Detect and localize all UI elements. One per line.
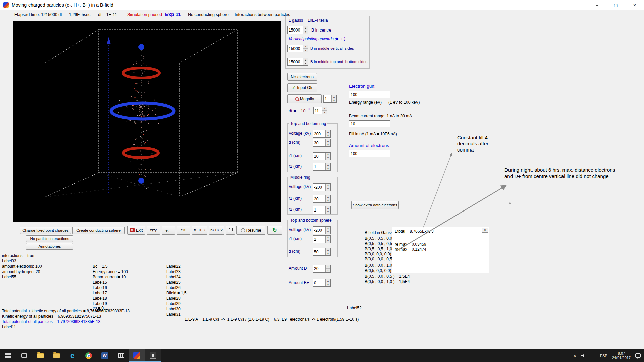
pinned-folder-button[interactable]	[48, 349, 64, 362]
spin-up-icon[interactable]: ▲	[326, 184, 330, 187]
remove-electron-button[interactable]: e✕	[177, 226, 190, 235]
input-ok-button[interactable]: ✓ Input Ok	[287, 83, 317, 92]
action-center-icon[interactable]	[635, 353, 641, 358]
sphere-voltage-spinner[interactable]: -200 ▲▼	[313, 226, 331, 234]
r1-label: r1 (cm)	[289, 237, 302, 241]
taskbar-clock[interactable]: 8:07 24/01/2017	[612, 351, 631, 360]
file-explorer-button[interactable]	[32, 349, 48, 362]
spin-up-icon[interactable]: ▲	[326, 195, 330, 199]
chrome-button[interactable]	[80, 349, 97, 362]
amount-b-spinner[interactable]: 0 ▲▼	[313, 279, 331, 287]
spin-down-icon[interactable]: ▼	[326, 239, 330, 243]
spin-up-icon[interactable]: ▲	[322, 107, 327, 111]
close-button[interactable]: ✕	[625, 0, 644, 10]
ring-top-r1-spinner[interactable]: 10 ▲▼	[313, 152, 331, 160]
amount-electrons-input[interactable]: 100	[349, 150, 390, 157]
b-centre-spinner[interactable]: 15000 ▲▼	[287, 26, 308, 34]
annotationes-button[interactable]: Annotationes	[26, 243, 73, 250]
network-icon[interactable]	[591, 354, 595, 357]
spin-up-icon[interactable]: ▲	[326, 130, 330, 134]
maximize-button[interactable]: ▢	[606, 0, 625, 10]
add-electron-button[interactable]: e←	[162, 226, 175, 235]
popup-close-button[interactable]: ✕	[482, 228, 488, 233]
spin-down-icon[interactable]: ▼	[303, 62, 308, 65]
sphere-r1-spinner[interactable]: 2 ▲▼	[313, 235, 331, 243]
spin-down-icon[interactable]: ▼	[322, 111, 327, 114]
cube-view-button[interactable]	[226, 226, 235, 235]
dt-prefix-label: dt =	[289, 109, 296, 114]
no-particle-interactions-button[interactable]: No particle interactions	[26, 235, 73, 242]
ring-top-r2-spinner[interactable]: 1 ▲▼	[313, 163, 331, 171]
no-electrons-button[interactable]: No electrons	[287, 73, 317, 81]
magnify-button[interactable]: Magnify	[287, 94, 322, 103]
spin-down-icon[interactable]: ▼	[326, 134, 330, 137]
ring-top-voltage-spinner[interactable]: 200 ▲▼	[313, 130, 331, 138]
spin-up-icon[interactable]: ▲	[326, 206, 330, 210]
resume-button[interactable]: Resume	[236, 226, 265, 235]
spin-down-icon[interactable]: ▼	[326, 210, 330, 214]
remove-ions-button[interactable]: B+ H+ ✕	[209, 226, 224, 235]
spin-up-icon[interactable]: ▲	[326, 248, 330, 252]
spin-down-icon[interactable]: ▼	[326, 269, 330, 272]
spin-up-icon[interactable]: ▲	[326, 163, 330, 167]
spin-up-icon[interactable]: ▲	[326, 139, 330, 143]
magnify-spinner[interactable]: 1 ▲▼	[323, 95, 337, 103]
spin-down-icon[interactable]: ▼	[326, 199, 330, 202]
amount-d-spinner[interactable]: 20 ▲▼	[313, 265, 331, 273]
spin-down-icon[interactable]: ▼	[326, 143, 330, 146]
spin-up-icon[interactable]: ▲	[303, 45, 308, 49]
secondary-app-button[interactable]	[145, 349, 161, 362]
spin-down-icon[interactable]: ▼	[326, 283, 330, 286]
minimize-button[interactable]: –	[588, 0, 606, 10]
edge-button[interactable]: e	[64, 349, 80, 362]
spin-up-icon[interactable]: ▲	[303, 26, 308, 30]
b-sides-spinner[interactable]: 15000 ▲▼	[287, 45, 308, 52]
exit-button[interactable]: ✕ Exit	[127, 226, 145, 235]
bank-app-button[interactable]	[113, 349, 129, 362]
spin-up-icon[interactable]: ▲	[332, 95, 336, 99]
tray-chevron-icon[interactable]: ∧	[573, 353, 576, 358]
spin-down-icon[interactable]: ▼	[326, 187, 330, 191]
add-ions-button[interactable]: B+ H+ ↑	[192, 226, 207, 235]
task-view-icon	[21, 353, 27, 358]
swap-axes-button[interactable]: z⇄y	[147, 226, 160, 235]
spin-down-icon[interactable]: ▼	[332, 99, 336, 102]
spin-down-icon[interactable]: ▼	[326, 167, 330, 170]
task-view-button[interactable]	[16, 349, 32, 362]
voltage-label: Voltage (kV)	[289, 131, 311, 136]
sphere-d-spinner[interactable]: 50 ▲▼	[313, 248, 331, 256]
ring-top-d-spinner[interactable]: 30 ▲▼	[313, 139, 331, 147]
middle-ring-voltage-spinner[interactable]: -200 ▲▼	[313, 183, 331, 191]
spin-down-icon[interactable]: ▼	[303, 49, 308, 52]
language-indicator[interactable]: ESP	[600, 354, 607, 358]
b-topbottom-spinner[interactable]: 15000 ▲▼	[287, 58, 308, 66]
start-button[interactable]	[0, 349, 16, 362]
bfield-line: B field in Gauss u	[365, 231, 396, 235]
spin-down-icon[interactable]: ▼	[326, 230, 330, 234]
middle-ring-r1-spinner[interactable]: 20 ▲▼	[313, 195, 331, 203]
spin-up-icon[interactable]: ▲	[326, 265, 330, 269]
energy-input[interactable]: 100	[349, 91, 390, 98]
spin-down-icon[interactable]: ▼	[326, 156, 330, 160]
charge-fixed-point-charges-button[interactable]: Charge fixed point charges	[20, 227, 71, 234]
spin-down-icon[interactable]: ▼	[326, 252, 330, 255]
middle-ring-r2-spinner[interactable]: 1 ▲▼	[313, 206, 331, 214]
beam-current-input[interactable]: 10	[349, 120, 390, 127]
spin-up-icon[interactable]: ▲	[326, 279, 330, 283]
simulation-viewport	[13, 21, 281, 222]
spin-down-icon[interactable]: ▼	[303, 30, 308, 34]
show-extra-data-button[interactable]: Show extra data electrons	[351, 201, 399, 209]
debug-label: interactions = true	[2, 254, 34, 258]
volume-icon[interactable]	[581, 354, 586, 358]
spin-up-icon[interactable]: ▲	[326, 236, 330, 239]
spin-up-icon[interactable]: ▲	[326, 227, 330, 230]
spin-up-icon[interactable]: ▲	[303, 58, 308, 62]
dt-exponent-spinner[interactable]: 11 ▲▼	[313, 107, 327, 114]
create-conducting-sphere-button[interactable]: Create conducting sphere	[72, 227, 125, 234]
spin-up-icon[interactable]: ▲	[326, 153, 330, 156]
refresh-button[interactable]: ↻	[267, 226, 282, 235]
word-button[interactable]: W	[97, 349, 113, 362]
interactions-label: Interactions between particles	[235, 12, 290, 17]
potential-energy-label: Total potential of all particles = 1,797…	[2, 320, 100, 324]
simulation-app-button[interactable]	[129, 349, 145, 362]
